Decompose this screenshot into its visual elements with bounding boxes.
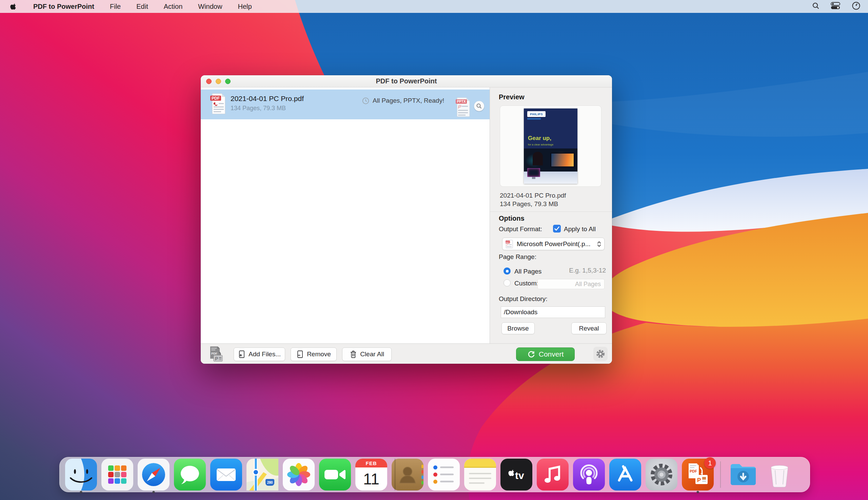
- browse-button[interactable]: Browse: [501, 322, 535, 334]
- dock-item-facetime[interactable]: [319, 459, 351, 490]
- page-range-hint: E.g. 1,5,3-12: [569, 267, 606, 274]
- custom-radio[interactable]: [504, 279, 511, 286]
- remove-button[interactable]: Remove: [291, 348, 337, 361]
- page-range-label: Page Range:: [499, 253, 537, 261]
- preview-panel: Preview PHILIPS Gear up, for a clear adv…: [490, 88, 612, 344]
- dock-item-system-preferences[interactable]: [645, 459, 677, 490]
- all-pages-radio[interactable]: [504, 268, 511, 275]
- svg-text:P: P: [215, 356, 218, 361]
- reveal-button[interactable]: Reveal: [571, 322, 607, 334]
- dock-item-safari[interactable]: [138, 459, 170, 490]
- app-window: PDF to PowerPoint PDF 2021-04-01 PC Pro: [201, 75, 612, 364]
- preview-heading: Preview: [499, 93, 525, 101]
- running-indicator: [697, 491, 699, 493]
- custom-range-input[interactable]: [538, 279, 605, 289]
- dock-item-notes[interactable]: [464, 459, 496, 490]
- menubar-app-name[interactable]: PDF to PowerPoint: [33, 3, 94, 11]
- output-format-label: Output Format:: [499, 225, 542, 233]
- pdf-file-icon: PDF: [210, 93, 226, 116]
- maps-route-shield: 280: [266, 479, 274, 486]
- dock-item-maps[interactable]: 280: [247, 459, 278, 490]
- svg-text:P: P: [507, 243, 509, 247]
- output-directory-input[interactable]: [501, 306, 605, 318]
- dock-item-launchpad[interactable]: [101, 459, 133, 490]
- apply-to-all-checkbox[interactable]: [553, 225, 561, 232]
- svg-text:PDF: PDF: [211, 352, 218, 355]
- window-titlebar[interactable]: PDF to PowerPoint: [201, 75, 612, 88]
- search-icon[interactable]: [812, 2, 820, 12]
- menu-bar: PDF to PowerPoint File Edit Action Windo…: [0, 0, 868, 13]
- apple-tv-label: tv: [515, 470, 524, 481]
- pptx-file-icon: PPTX P: [455, 97, 471, 118]
- pdf-preview-thumbnail: PHILIPS Gear up, for a clear advantage: [524, 109, 577, 184]
- add-files-button[interactable]: Add Files...: [234, 348, 285, 361]
- dock-item-podcasts[interactable]: [573, 459, 605, 490]
- options-heading: Options: [499, 215, 525, 223]
- preview-magnifier-button[interactable]: [474, 101, 484, 111]
- window-title: PDF to PowerPoint: [201, 77, 612, 85]
- running-indicator: [153, 491, 155, 493]
- settings-gear-button[interactable]: [593, 347, 608, 361]
- desktop: PDF to PowerPoint File Edit Action Windo…: [0, 0, 868, 500]
- trash-icon: [350, 350, 357, 358]
- dock-item-app-store[interactable]: [609, 459, 641, 490]
- philips-logo: PHILIPS: [527, 111, 545, 117]
- control-center-icon[interactable]: [831, 2, 841, 12]
- convert-button[interactable]: Convert: [516, 348, 575, 361]
- dock-item-pdf-to-powerpoint[interactable]: PDF P 1: [682, 459, 714, 490]
- dock: 280: [59, 457, 810, 492]
- pptx-mini-icon: PPTP: [505, 240, 513, 249]
- preview-thumbnail-box[interactable]: PHILIPS Gear up, for a clear advantage: [500, 105, 601, 187]
- output-format-select[interactable]: PPTP Microsoft PowerPoint(.p...: [502, 238, 605, 250]
- running-indicator: [80, 491, 82, 493]
- file-status: All Pages, PPTX, Ready!: [362, 97, 444, 104]
- dock-item-reminders[interactable]: [428, 459, 460, 490]
- dock-item-finder[interactable]: [65, 459, 97, 490]
- dock-item-downloads-folder[interactable]: [727, 459, 759, 490]
- menu-edit[interactable]: Edit: [136, 3, 148, 11]
- svg-text:PDF: PDF: [690, 469, 697, 473]
- stepper-icon: [597, 241, 601, 248]
- dock-item-apple-tv[interactable]: tv: [500, 459, 532, 490]
- dock-item-contacts[interactable]: [392, 459, 424, 490]
- menu-window[interactable]: Window: [198, 3, 222, 11]
- dock-item-trash[interactable]: [764, 459, 796, 490]
- preview-file-name: 2021-04-01 PC Pro.pdf: [500, 192, 566, 199]
- output-directory-label: Output Directory:: [499, 295, 548, 303]
- window-toolbar: PDF P Add Files... Remove Clear All: [201, 343, 612, 364]
- calendar-day: 11: [355, 467, 387, 490]
- dock-item-mail[interactable]: [210, 459, 242, 490]
- remove-file-icon: [296, 350, 304, 358]
- add-file-icon: [238, 350, 246, 358]
- calendar-month: FEB: [355, 459, 387, 467]
- menu-help[interactable]: Help: [238, 3, 251, 11]
- svg-text:P: P: [697, 477, 701, 484]
- apple-menu-icon[interactable]: [10, 2, 18, 11]
- file-meta: 134 Pages, 79.3 MB: [230, 105, 286, 112]
- app-logo-icon: PDF P: [207, 345, 224, 364]
- convert-refresh-icon: [527, 350, 536, 358]
- svg-text:PPTX: PPTX: [457, 100, 465, 103]
- preview-file-meta: 134 Pages, 79.3 MB: [500, 200, 558, 208]
- file-row[interactable]: PDF 2021-04-01 PC Pro.pdf 134 Pages, 79.…: [201, 90, 489, 119]
- dock-divider: [720, 461, 721, 488]
- status-clock-icon: [362, 97, 369, 104]
- custom-label: Custom:: [514, 280, 539, 287]
- output-format-value: Microsoft PowerPoint(.p...: [517, 240, 593, 248]
- menu-file[interactable]: File: [110, 3, 121, 11]
- svg-text:PPT: PPT: [506, 241, 510, 243]
- svg-text:PDF: PDF: [212, 96, 220, 101]
- dock-item-music[interactable]: [537, 459, 568, 490]
- dock-item-calendar[interactable]: FEB 11: [355, 459, 387, 490]
- clear-all-button[interactable]: Clear All: [342, 348, 392, 361]
- clock-icon[interactable]: [852, 1, 860, 12]
- menu-action[interactable]: Action: [164, 3, 183, 11]
- notification-badge: 1: [704, 457, 716, 469]
- poster-headline: Gear up,: [528, 135, 551, 142]
- dock-item-photos[interactable]: [283, 459, 315, 490]
- poster-tagline: for a clear advantage: [528, 143, 553, 146]
- dock-item-messages[interactable]: [174, 459, 206, 490]
- file-list[interactable]: PDF 2021-04-01 PC Pro.pdf 134 Pages, 79.…: [201, 88, 490, 344]
- all-pages-label: All Pages: [514, 268, 541, 275]
- apply-to-all-label: Apply to All: [564, 225, 596, 233]
